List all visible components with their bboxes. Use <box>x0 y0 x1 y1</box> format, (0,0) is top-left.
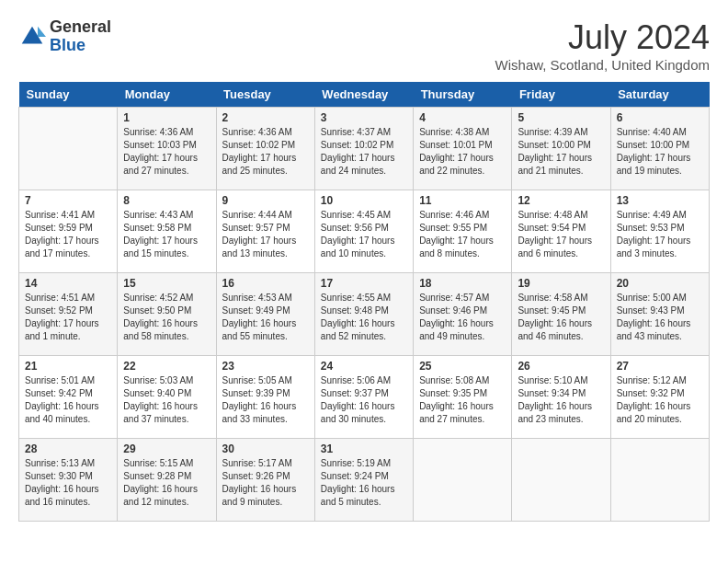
calendar-cell <box>610 439 709 522</box>
day-info: Sunrise: 4:51 AM Sunset: 9:52 PM Dayligh… <box>25 292 111 343</box>
calendar-week-row: 1Sunrise: 4:36 AM Sunset: 10:03 PM Dayli… <box>19 108 710 190</box>
day-number: 5 <box>518 111 604 124</box>
day-info: Sunrise: 5:03 AM Sunset: 9:40 PM Dayligh… <box>123 374 210 426</box>
logo-general: General <box>50 18 111 37</box>
calendar-cell: 20Sunrise: 5:00 AM Sunset: 9:43 PM Dayli… <box>610 273 709 356</box>
calendar-header-row: SundayMondayTuesdayWednesdayThursdayFrid… <box>19 82 710 108</box>
day-number: 24 <box>321 360 407 373</box>
day-info: Sunrise: 4:52 AM Sunset: 9:50 PM Dayligh… <box>123 292 210 343</box>
calendar-table: SundayMondayTuesdayWednesdayThursdayFrid… <box>18 82 710 522</box>
logo-text: General Blue <box>50 18 111 55</box>
day-number: 25 <box>419 360 506 373</box>
calendar-cell: 12Sunrise: 4:48 AM Sunset: 9:54 PM Dayli… <box>512 190 610 273</box>
column-header-sunday: Sunday <box>19 82 118 108</box>
calendar-week-row: 14Sunrise: 4:51 AM Sunset: 9:52 PM Dayli… <box>19 273 710 356</box>
calendar-cell: 9Sunrise: 4:44 AM Sunset: 9:57 PM Daylig… <box>216 190 314 273</box>
column-header-tuesday: Tuesday <box>216 82 314 108</box>
day-number: 9 <box>222 194 309 207</box>
day-info: Sunrise: 4:57 AM Sunset: 9:46 PM Dayligh… <box>419 292 506 343</box>
calendar-week-row: 28Sunrise: 5:13 AM Sunset: 9:30 PM Dayli… <box>19 439 710 522</box>
calendar-cell <box>512 439 610 522</box>
day-number: 28 <box>25 442 111 455</box>
calendar-cell: 24Sunrise: 5:06 AM Sunset: 9:37 PM Dayli… <box>314 356 413 439</box>
day-info: Sunrise: 4:46 AM Sunset: 9:55 PM Dayligh… <box>419 209 506 260</box>
calendar-cell: 16Sunrise: 4:53 AM Sunset: 9:49 PM Dayli… <box>216 273 314 356</box>
day-number: 18 <box>419 277 506 290</box>
logo: General Blue <box>18 18 111 55</box>
day-number: 4 <box>419 111 506 124</box>
day-info: Sunrise: 5:06 AM Sunset: 9:37 PM Dayligh… <box>321 374 407 426</box>
calendar-cell: 25Sunrise: 5:08 AM Sunset: 9:35 PM Dayli… <box>414 356 512 439</box>
calendar-cell: 4Sunrise: 4:38 AM Sunset: 10:01 PM Dayli… <box>414 108 512 190</box>
calendar-cell: 27Sunrise: 5:12 AM Sunset: 9:32 PM Dayli… <box>610 356 709 439</box>
day-number: 15 <box>123 277 210 290</box>
day-number: 14 <box>25 277 111 290</box>
day-info: Sunrise: 4:36 AM Sunset: 10:02 PM Daylig… <box>222 126 309 178</box>
column-header-friday: Friday <box>512 82 610 108</box>
day-number: 21 <box>25 360 111 373</box>
day-info: Sunrise: 5:01 AM Sunset: 9:42 PM Dayligh… <box>25 374 111 426</box>
calendar-cell: 21Sunrise: 5:01 AM Sunset: 9:42 PM Dayli… <box>19 356 118 439</box>
column-header-saturday: Saturday <box>610 82 709 108</box>
calendar-cell: 10Sunrise: 4:45 AM Sunset: 9:56 PM Dayli… <box>314 190 413 273</box>
day-number: 7 <box>25 194 111 207</box>
calendar-cell: 13Sunrise: 4:49 AM Sunset: 9:53 PM Dayli… <box>610 190 709 273</box>
day-info: Sunrise: 4:40 AM Sunset: 10:00 PM Daylig… <box>617 126 703 178</box>
calendar-cell: 17Sunrise: 4:55 AM Sunset: 9:48 PM Dayli… <box>314 273 413 356</box>
day-info: Sunrise: 4:38 AM Sunset: 10:01 PM Daylig… <box>419 126 506 178</box>
day-info: Sunrise: 5:17 AM Sunset: 9:26 PM Dayligh… <box>222 457 309 509</box>
day-number: 27 <box>617 360 703 373</box>
day-info: Sunrise: 5:08 AM Sunset: 9:35 PM Dayligh… <box>419 374 506 426</box>
title-block: July 2024 Wishaw, Scotland, United Kingd… <box>495 18 710 73</box>
logo-icon <box>18 23 46 51</box>
calendar-cell: 22Sunrise: 5:03 AM Sunset: 9:40 PM Dayli… <box>118 356 216 439</box>
day-number: 12 <box>518 194 604 207</box>
calendar-cell: 18Sunrise: 4:57 AM Sunset: 9:46 PM Dayli… <box>414 273 512 356</box>
day-number: 2 <box>222 111 309 124</box>
calendar-cell: 26Sunrise: 5:10 AM Sunset: 9:34 PM Dayli… <box>512 356 610 439</box>
day-number: 16 <box>222 277 309 290</box>
calendar-cell: 2Sunrise: 4:36 AM Sunset: 10:02 PM Dayli… <box>216 108 314 190</box>
day-number: 30 <box>222 442 309 455</box>
day-number: 1 <box>123 111 210 124</box>
day-info: Sunrise: 4:49 AM Sunset: 9:53 PM Dayligh… <box>617 209 703 260</box>
calendar-cell <box>19 108 118 190</box>
day-info: Sunrise: 5:12 AM Sunset: 9:32 PM Dayligh… <box>617 374 703 426</box>
day-info: Sunrise: 4:44 AM Sunset: 9:57 PM Dayligh… <box>222 209 309 260</box>
day-info: Sunrise: 4:37 AM Sunset: 10:02 PM Daylig… <box>321 126 407 178</box>
calendar-cell: 3Sunrise: 4:37 AM Sunset: 10:02 PM Dayli… <box>314 108 413 190</box>
day-info: Sunrise: 4:41 AM Sunset: 9:59 PM Dayligh… <box>25 209 111 260</box>
day-info: Sunrise: 5:05 AM Sunset: 9:39 PM Dayligh… <box>222 374 309 426</box>
day-number: 3 <box>321 111 407 124</box>
column-header-monday: Monday <box>118 82 216 108</box>
month-year-title: July 2024 <box>495 18 710 57</box>
day-number: 26 <box>518 360 604 373</box>
day-number: 8 <box>123 194 210 207</box>
day-number: 29 <box>123 442 210 455</box>
location-subtitle: Wishaw, Scotland, United Kingdom <box>495 57 710 73</box>
calendar-cell: 31Sunrise: 5:19 AM Sunset: 9:24 PM Dayli… <box>314 439 413 522</box>
calendar-cell: 5Sunrise: 4:39 AM Sunset: 10:00 PM Dayli… <box>512 108 610 190</box>
day-info: Sunrise: 5:00 AM Sunset: 9:43 PM Dayligh… <box>617 292 703 343</box>
calendar-cell: 15Sunrise: 4:52 AM Sunset: 9:50 PM Dayli… <box>118 273 216 356</box>
day-info: Sunrise: 5:10 AM Sunset: 9:34 PM Dayligh… <box>518 374 604 426</box>
calendar-cell: 1Sunrise: 4:36 AM Sunset: 10:03 PM Dayli… <box>118 108 216 190</box>
column-header-wednesday: Wednesday <box>314 82 413 108</box>
calendar-cell: 30Sunrise: 5:17 AM Sunset: 9:26 PM Dayli… <box>216 439 314 522</box>
day-info: Sunrise: 4:39 AM Sunset: 10:00 PM Daylig… <box>518 126 604 178</box>
calendar-cell: 29Sunrise: 5:15 AM Sunset: 9:28 PM Dayli… <box>118 439 216 522</box>
calendar-cell: 23Sunrise: 5:05 AM Sunset: 9:39 PM Dayli… <box>216 356 314 439</box>
day-info: Sunrise: 4:45 AM Sunset: 9:56 PM Dayligh… <box>321 209 407 260</box>
column-header-thursday: Thursday <box>414 82 512 108</box>
day-info: Sunrise: 5:19 AM Sunset: 9:24 PM Dayligh… <box>321 457 407 509</box>
day-info: Sunrise: 4:43 AM Sunset: 9:58 PM Dayligh… <box>123 209 210 260</box>
day-number: 17 <box>321 277 407 290</box>
calendar-cell: 6Sunrise: 4:40 AM Sunset: 10:00 PM Dayli… <box>610 108 709 190</box>
page-header: General Blue July 2024 Wishaw, Scotland,… <box>18 18 710 73</box>
calendar-week-row: 21Sunrise: 5:01 AM Sunset: 9:42 PM Dayli… <box>19 356 710 439</box>
day-info: Sunrise: 5:13 AM Sunset: 9:30 PM Dayligh… <box>25 457 111 509</box>
day-number: 23 <box>222 360 309 373</box>
day-number: 6 <box>617 111 703 124</box>
logo-blue: Blue <box>50 37 111 55</box>
calendar-cell <box>414 439 512 522</box>
